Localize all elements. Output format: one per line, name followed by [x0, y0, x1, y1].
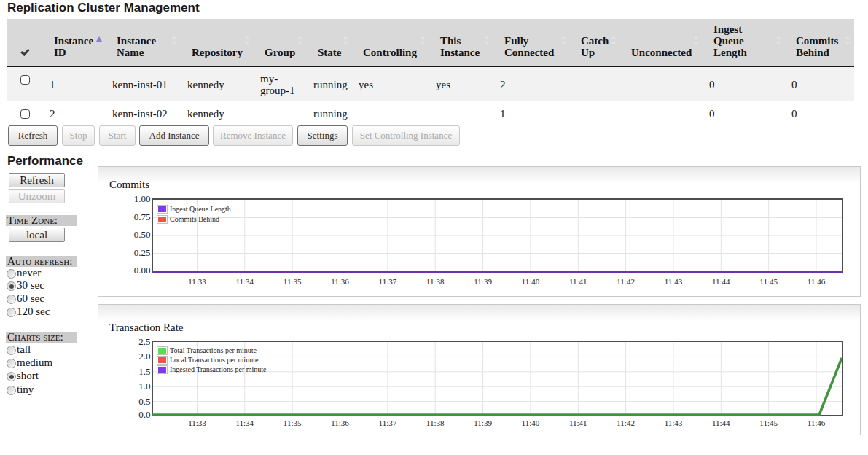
svg-text:11:43: 11:43 [665, 419, 683, 427]
svg-text:11:34: 11:34 [235, 419, 254, 427]
svg-text:11:45: 11:45 [759, 277, 778, 286]
svg-text:11:40: 11:40 [522, 277, 540, 286]
svg-text:0.75: 0.75 [134, 211, 151, 222]
svg-text:11:36: 11:36 [331, 277, 349, 286]
svg-text:11:34: 11:34 [235, 277, 254, 286]
svg-text:11:44: 11:44 [712, 419, 730, 427]
svg-text:11:35: 11:35 [284, 419, 302, 427]
svg-text:11:40: 11:40 [522, 419, 540, 427]
svg-text:11:35: 11:35 [284, 277, 302, 286]
svg-text:11:46: 11:46 [808, 419, 826, 427]
svg-text:11:33: 11:33 [188, 277, 206, 286]
svg-text:11:44: 11:44 [712, 277, 730, 286]
svg-text:11:42: 11:42 [617, 277, 635, 286]
svg-text:Total Transactions per minute: Total Transactions per minute [170, 346, 257, 354]
svg-text:Ingest Queue Length: Ingest Queue Length [170, 205, 231, 213]
svg-text:0.25: 0.25 [134, 247, 151, 258]
svg-text:Local Transactions per minute: Local Transactions per minute [170, 356, 259, 364]
svg-text:0.5: 0.5 [138, 396, 150, 407]
svg-text:11:36: 11:36 [331, 419, 349, 427]
svg-text:2.5: 2.5 [138, 336, 150, 347]
svg-text:Ingested Transactions per minu: Ingested Transactions per minute [170, 365, 267, 373]
svg-text:11:42: 11:42 [617, 419, 635, 427]
svg-text:2.0: 2.0 [138, 351, 150, 362]
svg-text:1.5: 1.5 [138, 366, 150, 377]
svg-text:0.0: 0.0 [138, 409, 150, 420]
svg-text:11:37: 11:37 [379, 419, 397, 427]
svg-text:11:41: 11:41 [569, 419, 587, 427]
svg-text:1.00: 1.00 [134, 193, 151, 204]
svg-text:11:39: 11:39 [474, 419, 492, 427]
svg-text:11:41: 11:41 [569, 277, 587, 286]
svg-text:0.00: 0.00 [134, 265, 151, 276]
svg-text:11:33: 11:33 [188, 419, 206, 427]
svg-text:11:38: 11:38 [426, 277, 445, 286]
svg-text:11:43: 11:43 [665, 277, 683, 286]
svg-text:11:46: 11:46 [808, 277, 826, 286]
svg-text:11:37: 11:37 [379, 277, 397, 286]
svg-text:11:38: 11:38 [426, 419, 445, 427]
svg-text:Commits Behind: Commits Behind [170, 215, 219, 223]
svg-text:11:45: 11:45 [759, 419, 778, 427]
svg-text:1.0: 1.0 [138, 381, 150, 392]
svg-text:0.50: 0.50 [134, 229, 151, 240]
svg-text:11:39: 11:39 [474, 277, 492, 286]
